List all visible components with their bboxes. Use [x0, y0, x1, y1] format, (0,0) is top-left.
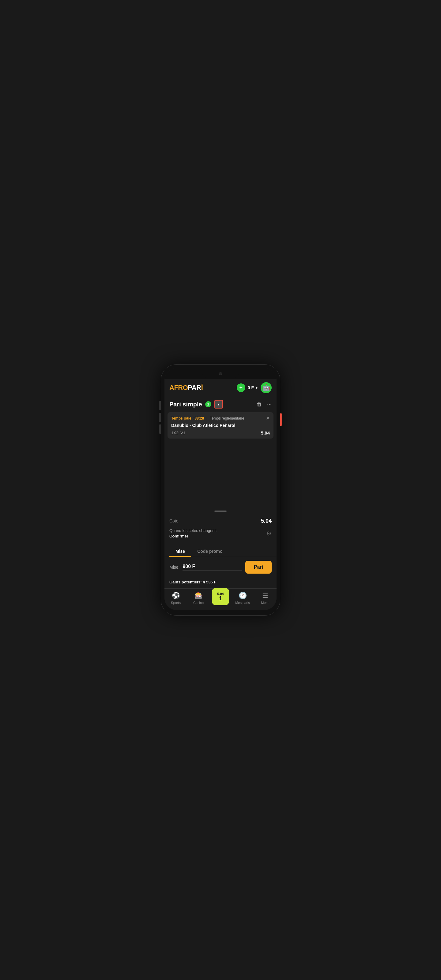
cote-value: 5.04 [261, 518, 272, 524]
content-spacer [164, 439, 277, 509]
sports-label: Sports [171, 601, 181, 605]
logo-pari: PAR [188, 384, 201, 391]
bet-match-name: Danubio - Club Atlético Peñarol [171, 423, 270, 428]
mes-paris-label: Mes paris [235, 601, 250, 605]
bet-elapsed-time: Temps joué : 38:28 [171, 416, 204, 420]
bet-time-row: Temps joué : 38:28 | Temps réglementaire… [171, 415, 270, 421]
mes-paris-icon: 🕐 [239, 592, 247, 600]
balance-area: 0 F ▼ [248, 385, 258, 390]
avatar[interactable]: 🤖 [261, 382, 272, 393]
bet-slip-header: Pari simple 1 ▼ 🗑 ··· [164, 396, 277, 412]
bet-count-badge: 1 [205, 401, 211, 407]
odds-change-line2: Confirmer [169, 533, 217, 539]
delete-bet-button[interactable]: 🗑 [256, 401, 262, 407]
more-options-button[interactable]: ··· [267, 401, 272, 407]
casino-label: Casino [193, 601, 204, 605]
mise-input-wrapper: 900 F [183, 564, 242, 571]
nav-sports[interactable]: ⚽ Sports [167, 592, 185, 605]
nav-menu[interactable]: ☰ Menu [256, 592, 274, 605]
bottom-navigation: ⚽ Sports 🎰 Casino 5.04 1 🕐 Mes paris ☰ M… [164, 588, 277, 610]
time-separator: | [206, 416, 207, 420]
remove-bet-button[interactable]: ✕ [266, 415, 270, 421]
bet-period: Temps réglementaire [210, 416, 244, 420]
totals-section: Cote 5.04 Quand les cotes changent: Conf… [164, 514, 277, 543]
app-header: AFROPARÍ + 0 F ▼ 🤖 [164, 379, 277, 396]
bet-slip-actions: 🗑 ··· [256, 401, 272, 407]
notch-bar [164, 368, 277, 379]
odds-change-row: Quand les cotes changent: Confirmer ⚙ [169, 526, 272, 541]
bet-slip-count: 1 [219, 596, 222, 601]
sports-icon: ⚽ [172, 592, 180, 600]
mise-section: Mise: 900 F Pari [164, 557, 277, 577]
scroll-bar [214, 511, 227, 512]
potential-gains: Gains potentiels: 4 536 F [169, 580, 216, 584]
bet-odds-value: 5.04 [261, 430, 270, 436]
place-bet-button[interactable]: Pari [245, 561, 272, 574]
mise-label: Mise: [169, 565, 180, 570]
odds-change-text: Quand les cotes changent: Confirmer [169, 528, 217, 539]
mise-value[interactable]: 900 F [183, 564, 195, 569]
header-right: + 0 F ▼ 🤖 [237, 382, 272, 393]
add-funds-button[interactable]: + [237, 383, 245, 392]
nav-mes-paris[interactable]: 🕐 Mes paris [233, 592, 252, 605]
dropdown-arrow-icon: ▼ [217, 403, 220, 406]
bet-slip-title: Pari simple [169, 401, 202, 408]
balance-dropdown-icon[interactable]: ▼ [255, 386, 258, 390]
logo-accent: Í [201, 384, 203, 391]
bet-market-row: 1X2: V1 5.04 [171, 430, 270, 436]
balance-value: 0 F [248, 385, 254, 390]
bet-slip-button[interactable]: 5.04 1 [212, 588, 229, 605]
cote-label: Cote [169, 519, 178, 523]
tab-code-promo[interactable]: Code promo [191, 546, 228, 557]
bet-market-label: 1X2: V1 [171, 431, 185, 435]
bet-item: Temps joué : 38:28 | Temps réglementaire… [167, 412, 274, 439]
menu-icon: ☰ [262, 592, 268, 600]
app-logo: AFROPARÍ [169, 384, 203, 392]
nav-casino[interactable]: 🎰 Casino [189, 592, 208, 605]
odds-settings-button[interactable]: ⚙ [266, 530, 272, 537]
casino-icon: 🎰 [194, 592, 203, 600]
camera [219, 372, 222, 375]
notch [202, 369, 239, 378]
scroll-indicator [164, 509, 277, 514]
cote-row: Cote 5.04 [169, 516, 272, 526]
stake-tabs: Mise Code promo [164, 543, 277, 557]
logo-afro: AFRO [169, 384, 188, 391]
bet-type-dropdown[interactable]: ▼ [214, 400, 223, 409]
mise-input-row: Mise: 900 F Pari [169, 561, 272, 574]
menu-label: Menu [261, 601, 269, 605]
volume-buttons [159, 401, 161, 434]
tab-mise[interactable]: Mise [169, 546, 191, 557]
avatar-image: 🤖 [262, 384, 271, 392]
bet-slip-odds: 5.04 [217, 592, 224, 596]
odds-change-line1: Quand les cotes changent: [169, 528, 217, 533]
power-button [280, 414, 282, 426]
gains-row: Gains potentiels: 4 536 F [164, 577, 277, 588]
